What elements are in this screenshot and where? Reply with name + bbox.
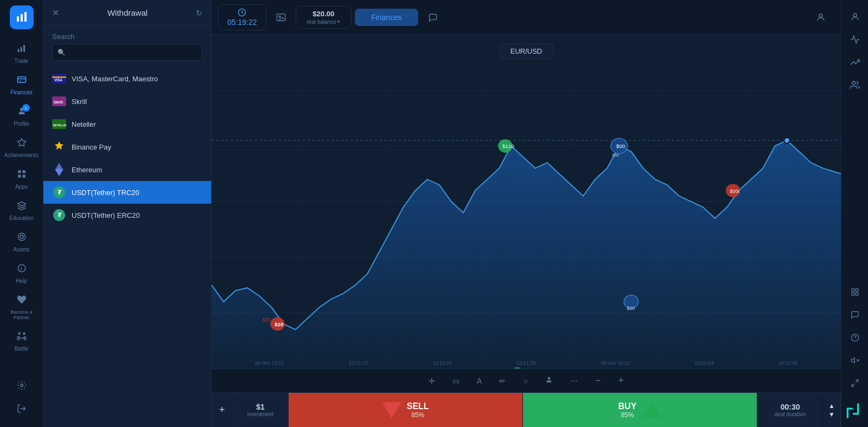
- text-button[interactable]: A: [474, 374, 485, 387]
- xaxis-label-3: 12:11:25: [433, 360, 452, 366]
- time-button[interactable]: 05:19:22: [218, 4, 266, 30]
- crosshair-button[interactable]: ✛: [425, 374, 438, 387]
- pencil-button[interactable]: ✏: [496, 374, 509, 387]
- logo-mark-icon: [844, 400, 866, 422]
- duration-display: 00:30 deal duration: [757, 393, 822, 427]
- chat-right-button[interactable]: [845, 305, 865, 325]
- education-icon: [17, 200, 27, 213]
- person-button[interactable]: [542, 374, 556, 387]
- svg-rect-21: [52, 76, 66, 78]
- help-icon: i: [17, 263, 27, 276]
- close-button[interactable]: ✕: [52, 8, 59, 18]
- sidebar-item-education[interactable]: Education: [3, 196, 40, 225]
- visa-name: VISA, MasterCard, Maestro: [72, 75, 158, 83]
- image-button[interactable]: [270, 10, 292, 24]
- search-input[interactable]: [52, 44, 202, 61]
- finances-icon: [17, 75, 27, 87]
- sidebar-item-apps[interactable]: Apps: [3, 165, 40, 194]
- help-right-button[interactable]: [845, 328, 865, 347]
- chart-toolbar: ✛ ▭ A ✏ ○ ⋯ − +: [212, 368, 841, 392]
- volume-right-button[interactable]: [845, 351, 865, 370]
- svg-marker-72: [851, 358, 854, 363]
- panel-header: ✕ Withdrawal ↻: [43, 0, 211, 26]
- chat-nav-button[interactable]: [422, 10, 444, 25]
- panel-title: Withdrawal: [107, 8, 148, 17]
- svg-rect-66: [852, 289, 854, 292]
- duration-value: 00:30: [781, 403, 800, 411]
- sidebar-item-profile[interactable]: 1 Profile: [3, 102, 40, 131]
- svg-rect-2: [24, 12, 27, 22]
- sidebar-item-partner[interactable]: Become aPartner: [3, 290, 40, 325]
- profile-icon: 1: [17, 106, 27, 119]
- svg-rect-11: [22, 170, 25, 173]
- sidebar-item-achievements[interactable]: Achievements: [3, 133, 40, 163]
- apps-icon: [17, 169, 27, 182]
- svg-text:Skrill: Skrill: [54, 100, 63, 104]
- right-sidebar: [841, 0, 868, 427]
- payment-item-neteller[interactable]: NETELLER Neteller: [43, 113, 211, 135]
- sidebar-item-assets[interactable]: Assets: [3, 228, 40, 257]
- expand-right-button[interactable]: [845, 373, 865, 393]
- payment-item-usdt-erc20[interactable]: ₮ USDT(Tether) ERC20: [43, 204, 211, 227]
- price-chart: $20 $20 $110 $00 500 $00t $00 $0: [212, 35, 841, 368]
- chat-right-icon: [851, 310, 859, 319]
- more-button[interactable]: ⋯: [567, 374, 581, 387]
- user-nav-button[interactable]: [807, 9, 834, 25]
- sidebar-item-help[interactable]: i Help: [3, 259, 40, 288]
- payment-item-binance[interactable]: Binance Pay: [43, 135, 211, 158]
- sidebar-item-battle[interactable]: Battle: [3, 327, 40, 356]
- svg-text:NETELLER: NETELLER: [53, 124, 66, 127]
- sell-pct: 85%: [407, 411, 429, 419]
- deals-right-button[interactable]: [845, 30, 865, 49]
- payment-item-usdt-trc20[interactable]: ₮ USDT(Tether) TRC20: [43, 181, 211, 204]
- profile-badge: 1: [22, 104, 30, 112]
- sidebar-item-finances[interactable]: Finances: [3, 70, 40, 100]
- sell-button[interactable]: SELL 85%: [289, 393, 522, 427]
- apps-label: Apps: [15, 184, 28, 190]
- skrill-icon: Skrill: [52, 96, 66, 107]
- usdt-erc20-icon: ₮: [52, 210, 66, 221]
- social-right-button[interactable]: [845, 75, 865, 95]
- finances-button[interactable]: Finances: [355, 9, 418, 26]
- sidebar-item-trade[interactable]: Trade: [3, 39, 40, 68]
- search-container: Search 🔍: [43, 26, 211, 65]
- balance-button[interactable]: $20.00 real balance ▾: [296, 6, 352, 29]
- duration-up-button[interactable]: ▲ ▼: [823, 393, 841, 427]
- svg-marker-62: [382, 402, 401, 418]
- zoom-in-button[interactable]: +: [615, 373, 627, 389]
- logo-mark-container: [844, 400, 866, 422]
- shape-button[interactable]: ○: [520, 374, 531, 387]
- trends-right-button[interactable]: [845, 53, 865, 72]
- svg-text:$20: $20: [263, 317, 271, 322]
- payment-item-skrill[interactable]: Skrill Skrill: [43, 90, 211, 113]
- svg-text:$20: $20: [275, 321, 284, 327]
- rect-button[interactable]: ▭: [449, 374, 463, 387]
- svg-point-32: [278, 16, 280, 18]
- buy-pct: 85%: [618, 411, 637, 419]
- assets-icon: [17, 232, 27, 244]
- achievements-icon: [17, 138, 27, 150]
- payment-item-ethereum[interactable]: Ethereum: [43, 158, 211, 181]
- logo-icon: [15, 11, 28, 24]
- zoom-out-button[interactable]: −: [592, 373, 604, 389]
- svg-rect-67: [856, 289, 858, 292]
- partner-icon: [17, 295, 27, 307]
- payment-item-visa[interactable]: VISA VISA, MasterCard, Maestro: [43, 67, 211, 90]
- sidebar-item-logout[interactable]: [3, 399, 40, 420]
- sell-label: SELL: [407, 402, 429, 411]
- svg-rect-7: [17, 79, 25, 80]
- refresh-button[interactable]: ↻: [196, 9, 202, 17]
- svg-point-64: [853, 14, 857, 17]
- pair-selector[interactable]: EUR/USD: [499, 43, 554, 59]
- grid-right-button[interactable]: [845, 282, 865, 302]
- add-investment-button[interactable]: +: [212, 393, 233, 427]
- sidebar-item-settings[interactable]: [3, 376, 40, 397]
- app-logo[interactable]: [10, 5, 34, 29]
- expand-right-icon: [851, 379, 859, 387]
- left-sidebar: Trade Finances 1 Profile Achievements Ap…: [0, 0, 43, 427]
- user-right-button[interactable]: [845, 7, 865, 27]
- investment-amount: $1: [256, 403, 265, 411]
- buy-button[interactable]: BUY 85%: [523, 393, 757, 427]
- buy-label: BUY: [618, 402, 637, 411]
- xaxis-label-5: 09 Nov 10:12: [601, 360, 630, 366]
